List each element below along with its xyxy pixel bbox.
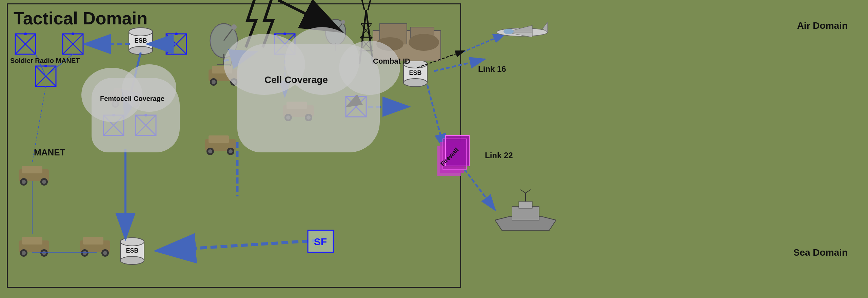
- link22-label: Link 22: [485, 151, 513, 160]
- tactical-domain-label: Tactical Domain: [10, 7, 151, 30]
- svg-line-132: [465, 169, 495, 210]
- svg-point-154: [504, 29, 514, 34]
- svg-rect-157: [519, 201, 532, 208]
- main-diagram: Tactical Domain Femtocell Coverage Cell …: [0, 0, 868, 298]
- cell-cloud-part4: [339, 41, 400, 95]
- svg-line-160: [526, 190, 531, 193]
- air-domain-label: Air Domain: [797, 20, 848, 31]
- soldier-radio-manet-label: Soldier Radio MANET: [10, 57, 80, 65]
- sea-domain-label: Sea Domain: [793, 247, 848, 258]
- svg-point-150: [497, 28, 548, 36]
- svg-rect-156: [512, 207, 539, 220]
- svg-marker-153: [542, 22, 548, 32]
- manet-label: MANET: [34, 147, 65, 158]
- svg-marker-155: [495, 217, 556, 230]
- svg-marker-151: [505, 25, 532, 32]
- link16-label: Link 16: [478, 64, 506, 74]
- svg-line-133: [458, 34, 505, 54]
- femtocell-label: Femtocell Coverage: [100, 95, 164, 103]
- femtocell-cloud-part3: [122, 64, 176, 112]
- svg-marker-152: [505, 32, 532, 37]
- cell-coverage-label: Cell Coverage: [264, 74, 328, 85]
- svg-line-159: [520, 190, 526, 193]
- combat-id-label: Combat ID: [373, 57, 410, 66]
